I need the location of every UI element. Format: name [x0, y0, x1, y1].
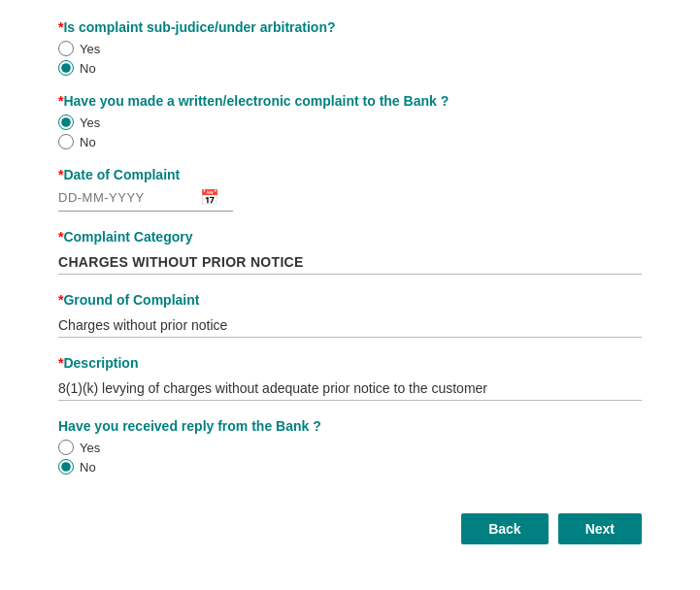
ground-value: Charges without prior notice — [58, 313, 642, 337]
sub-judice-no-label[interactable]: No — [80, 61, 96, 76]
bank-reply-yes-label[interactable]: Yes — [80, 441, 100, 455]
date-section: *Date of Complaint 📅 — [58, 167, 642, 212]
complaint-category-value: CHARGES WITHOUT PRIOR NOTICE — [58, 250, 642, 274]
complaint-category-field: CHARGES WITHOUT PRIOR NOTICE — [58, 250, 642, 275]
bank-reply-no-label[interactable]: No — [80, 460, 96, 475]
written-complaint-no-radio[interactable] — [58, 134, 74, 149]
bank-reply-yes-option[interactable]: Yes — [58, 440, 642, 455]
sub-judice-yes-radio[interactable] — [58, 41, 74, 56]
ground-label: *Ground of Complaint — [58, 292, 642, 308]
ground-field: Charges without prior notice — [58, 313, 642, 338]
bank-reply-no-radio[interactable] — [58, 459, 74, 475]
written-complaint-no-option[interactable]: No — [58, 134, 642, 149]
written-complaint-no-label[interactable]: No — [80, 135, 96, 149]
sub-judice-yes-option[interactable]: Yes — [58, 41, 642, 56]
description-field: 8(1)(k) levying of charges without adequ… — [58, 377, 642, 401]
written-complaint-yes-option[interactable]: Yes — [58, 115, 642, 130]
date-label: *Date of Complaint — [58, 167, 642, 182]
sub-judice-no-option[interactable]: No — [58, 60, 642, 76]
sub-judice-section: *Is complaint sub-judice/under arbitrati… — [58, 19, 642, 76]
complaint-category-label: *Complaint Category — [58, 229, 642, 245]
back-button[interactable]: Back — [461, 513, 548, 544]
bank-reply-yes-radio[interactable] — [58, 440, 74, 455]
next-button[interactable]: Next — [558, 513, 642, 544]
sub-judice-label: *Is complaint sub-judice/under arbitrati… — [58, 19, 642, 35]
sub-judice-no-radio[interactable] — [58, 60, 74, 76]
ground-section: *Ground of Complaint Charges without pri… — [58, 292, 642, 338]
bank-reply-label: Have you received reply from the Bank ? — [58, 418, 642, 434]
description-label: *Description — [58, 355, 642, 371]
written-complaint-section: *Have you made a written/electronic comp… — [58, 93, 642, 149]
complaint-category-section: *Complaint Category CHARGES WITHOUT PRIO… — [58, 229, 642, 275]
description-value: 8(1)(k) levying of charges without adequ… — [58, 377, 642, 400]
written-complaint-yes-label[interactable]: Yes — [80, 115, 100, 130]
description-section: *Description 8(1)(k) levying of charges … — [58, 355, 642, 401]
written-complaint-label: *Have you made a written/electronic comp… — [58, 93, 642, 109]
sub-judice-radio-group: Yes No — [58, 41, 642, 76]
sub-judice-yes-label[interactable]: Yes — [80, 42, 100, 56]
date-input[interactable] — [58, 190, 194, 205]
date-field-wrapper[interactable]: 📅 — [58, 188, 233, 212]
button-row: Back Next — [58, 504, 642, 544]
written-complaint-yes-radio[interactable] — [58, 115, 74, 130]
bank-reply-no-option[interactable]: No — [58, 459, 642, 475]
bank-reply-radio-group: Yes No — [58, 440, 642, 475]
written-complaint-radio-group: Yes No — [58, 115, 642, 149]
calendar-icon[interactable]: 📅 — [200, 188, 219, 207]
bank-reply-section: Have you received reply from the Bank ? … — [58, 418, 642, 475]
